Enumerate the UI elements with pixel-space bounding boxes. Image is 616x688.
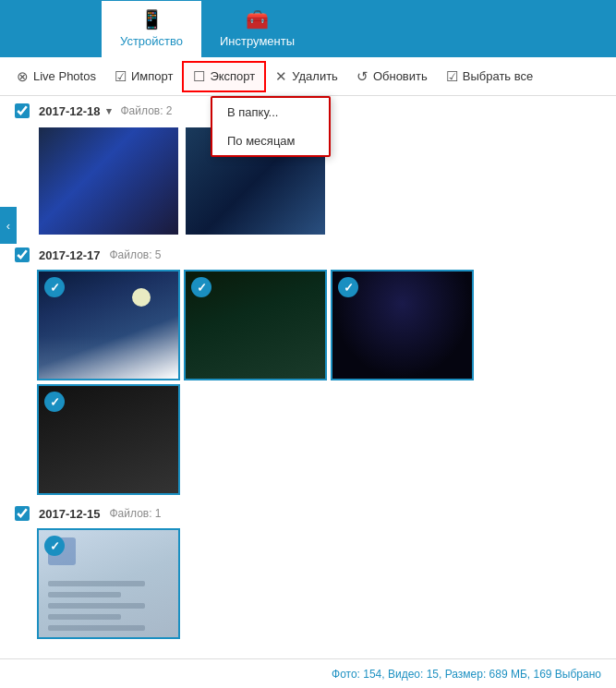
selection-check: ✓ [44, 536, 65, 556]
live-photos-icon: ⊗ [17, 68, 29, 85]
photo-thumb[interactable]: ✓ [331, 270, 474, 380]
import-button[interactable]: ☑ Импорт [105, 63, 182, 91]
doc-line [48, 603, 145, 609]
snow-detail [39, 336, 178, 379]
delete-label: Удалить [292, 69, 338, 83]
export-button[interactable]: ☐ Экспорт [182, 61, 266, 92]
tab-tools[interactable]: 🧰 Инструменты [201, 1, 313, 57]
export-icon: ☐ [193, 68, 205, 85]
import-icon: ☑ [115, 68, 127, 85]
select-all-icon: ☑ [446, 68, 458, 85]
doc-line [48, 581, 145, 586]
delete-icon: ✕ [275, 68, 287, 85]
selection-check: ✓ [338, 277, 358, 297]
photo-thumb[interactable] [37, 126, 180, 236]
export-dropdown: В папку... По месяцам [211, 96, 331, 157]
date-label-2017-12-17: 2017-12-17 [39, 248, 101, 262]
file-count-2017-12-17: Файлов: 5 [110, 248, 162, 261]
tab-device[interactable]: 📱 Устройство [102, 1, 201, 57]
tools-icon: 🧰 [246, 8, 269, 30]
doc-lines [48, 544, 169, 636]
date-checkbox-2017-12-17[interactable] [15, 247, 30, 262]
tab-tools-label: Инструменты [220, 34, 295, 48]
photo-thumb[interactable]: ✓ [184, 270, 327, 380]
select-all-label: Выбрать все [463, 69, 533, 83]
toolbar: ⊗ Live Photos ☑ Импорт ☐ Экспорт ✕ Удали… [0, 57, 616, 96]
live-photos-button[interactable]: ⊗ Live Photos [7, 63, 105, 91]
date-group-2017-12-17: 2017-12-17 Файлов: 5 ✓ ✓ ✓ [11, 247, 605, 495]
select-all-button[interactable]: ☑ Выбрать все [437, 63, 542, 91]
doc-line [48, 614, 121, 620]
export-by-month-item[interactable]: По месяцам [212, 127, 329, 155]
doc-line [48, 592, 121, 597]
left-nav-button[interactable]: ‹ [0, 207, 17, 244]
tab-device-label: Устройство [120, 34, 183, 48]
refresh-icon: ↺ [356, 68, 368, 85]
date-label-2017-12-18: 2017-12-18 ▾ [39, 104, 112, 118]
selection-check: ✓ [191, 277, 211, 297]
file-count-2017-12-18: Файлов: 2 [121, 104, 173, 117]
status-bar: Фото: 154, Видео: 15, Размер: 689 МБ, 16… [0, 658, 616, 688]
refresh-label: Обновить [373, 69, 428, 83]
photo-thumb[interactable]: ✓ [37, 384, 180, 495]
selection-check: ✓ [44, 392, 65, 412]
chevron-icon-2017-12-18: ▾ [106, 105, 112, 117]
photo-image [39, 127, 178, 235]
date-header-2017-12-17: 2017-12-17 Файлов: 5 [11, 247, 605, 262]
file-count-2017-12-15: Файлов: 1 [110, 507, 162, 520]
left-nav-icon: ‹ [6, 219, 10, 233]
export-to-folder-item[interactable]: В папку... [212, 98, 329, 127]
photo-grid-2017-12-17: ✓ ✓ ✓ ✓ [11, 270, 605, 495]
export-label: Экспорт [210, 69, 255, 83]
selection-check: ✓ [44, 277, 65, 297]
device-icon: 📱 [140, 8, 163, 30]
import-label: Импорт [131, 69, 173, 83]
doc-line [48, 625, 145, 631]
date-label-2017-12-15: 2017-12-15 [39, 507, 101, 521]
date-checkbox-2017-12-15[interactable] [15, 506, 30, 521]
date-group-2017-12-15: 2017-12-15 Файлов: 1 ✓ [11, 506, 605, 639]
date-checkbox-2017-12-18[interactable] [15, 103, 30, 118]
refresh-button[interactable]: ↺ Обновить [347, 63, 437, 91]
status-text: Фото: 154, Видео: 15, Размер: 689 МБ, 16… [332, 668, 601, 681]
moon-element [132, 288, 151, 307]
photo-thumb[interactable]: ✓ [37, 270, 180, 380]
delete-button[interactable]: ✕ Удалить [266, 63, 347, 91]
tab-bar: 📱 Устройство 🧰 Инструменты [0, 0, 616, 57]
photo-thumb[interactable]: ✓ [37, 528, 180, 639]
date-header-2017-12-15: 2017-12-15 Файлов: 1 [11, 506, 605, 521]
photo-grid-2017-12-15: ✓ [11, 528, 605, 639]
main-content: ‹ 2017-12-18 ▾ Файлов: 2 2017-12-17 [0, 96, 616, 658]
live-photos-label: Live Photos [33, 69, 96, 83]
